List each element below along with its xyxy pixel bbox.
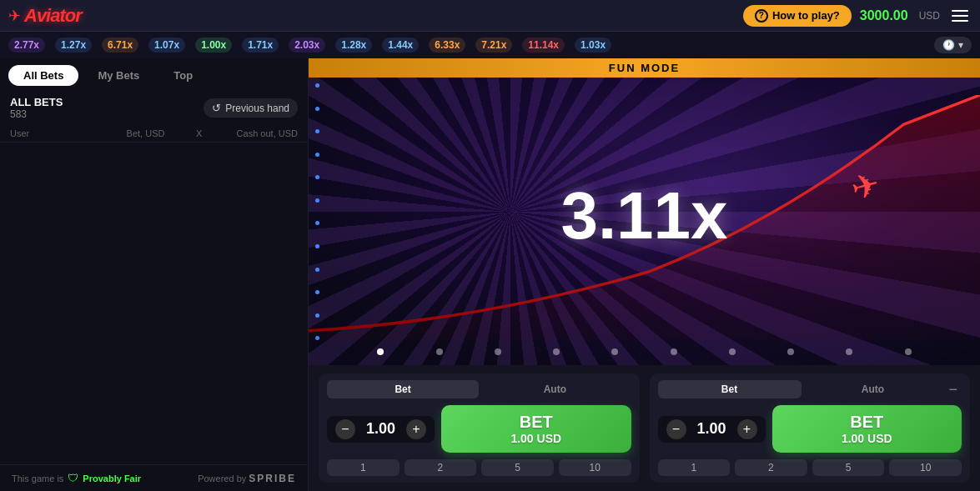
left-panel: All Bets My Bets Top ALL BETS 583 ↺ Prev… (0, 58, 309, 491)
bottom-dot (377, 348, 384, 355)
bet-panel-2: Bet Auto − − 1.00 + BET 1.00 USD (650, 373, 971, 483)
bet-tab-2[interactable]: Bet (658, 380, 802, 398)
shield-icon: 🛡 (68, 472, 78, 484)
bottom-dot (787, 348, 794, 355)
bet-button-1-amount: 1.00 USD (510, 432, 561, 446)
all-bets-title: ALL BETS (10, 96, 63, 108)
bottom-dot (671, 348, 677, 355)
col-cashout-header: Cash out, USD (208, 128, 298, 138)
bottom-dot (846, 348, 852, 355)
bottom-dot (495, 348, 501, 355)
multiplier-item: 1.28x (335, 38, 372, 53)
multiplier-item: 6.71x (102, 38, 138, 53)
bet-button-2-amount: 1.00 USD (842, 432, 892, 446)
provably-fair-link[interactable]: Provably Fair (83, 473, 141, 483)
left-dot (315, 83, 319, 88)
bet-value-2: 1.00 (693, 420, 731, 438)
bottom-dot (905, 348, 912, 355)
quick-amounts-1: 1 2 5 10 (327, 459, 631, 476)
col-user-header: User (10, 128, 100, 138)
menu-button[interactable] (948, 7, 972, 25)
all-bets-count: 583 (10, 108, 63, 120)
col-bet-header: Bet, USD (100, 128, 190, 138)
spribe-logo: SPRIBE (249, 473, 296, 484)
multiplier-item: 1.07x (148, 38, 185, 53)
bet-stepper-2: − 1.00 + (658, 416, 766, 443)
fun-mode-banner: FUN MODE (309, 58, 980, 78)
bottom-dot (553, 348, 560, 355)
multiplier-item: 11.14x (522, 38, 565, 53)
header-right: ? How to play? 3000.00 USD (743, 5, 972, 27)
bet-panel-1: Bet Auto − 1.00 + BET 1.00 USD 1 (319, 373, 640, 483)
place-bet-1-button[interactable]: BET 1.00 USD (441, 405, 631, 453)
col-x-header: X (191, 128, 208, 138)
quick-2-btn-2[interactable]: 2 (735, 459, 807, 476)
how-to-play-button[interactable]: ? How to play? (743, 5, 852, 27)
tab-my-bets[interactable]: My Bets (83, 65, 154, 86)
history-button[interactable]: 🕐 ▾ (934, 37, 972, 53)
decrease-bet-2-button[interactable]: − (666, 419, 686, 439)
hamburger-line (952, 20, 968, 22)
quick-5-btn[interactable]: 5 (481, 459, 554, 476)
plane-logo-icon: ✈ (8, 7, 21, 25)
quick-amounts-2: 1 2 5 10 (658, 459, 962, 476)
how-to-play-label: How to play? (772, 9, 840, 22)
bottom-dot (611, 348, 618, 355)
previous-hand-button[interactable]: ↺ Previous hand (204, 98, 298, 118)
decrease-bet-1-button[interactable]: − (335, 419, 355, 439)
balance-amount: 3000.00 (860, 8, 908, 23)
game-canvas: FUN MODE (309, 58, 980, 365)
powered-by-text: Powered by (198, 473, 246, 483)
multiplier-item: 7.21x (475, 38, 512, 53)
quick-10-btn-2[interactable]: 10 (889, 459, 962, 476)
multiplier-item: 1.27x (55, 38, 92, 53)
footer: This game is 🛡 Provably Fair Powered by … (0, 464, 308, 491)
all-bets-header: ALL BETS 583 ↺ Previous hand (0, 93, 308, 125)
hamburger-line (952, 10, 968, 12)
multiplier-item: 1.71x (242, 38, 279, 53)
multiplier-item: 1.00x (195, 38, 232, 53)
multiplier-item: 6.33x (429, 38, 465, 53)
bet-panel-1-tabs: Bet Auto (327, 380, 631, 398)
multiplier-item: 2.77x (8, 38, 45, 53)
bet-button-2-label: BET (850, 412, 883, 432)
quick-2-btn[interactable]: 2 (405, 459, 477, 476)
bet-button-1-label: BET (520, 412, 553, 432)
bet-tab-1[interactable]: Bet (327, 380, 479, 398)
history-icon: 🕐 (942, 39, 955, 51)
bottom-dot (436, 348, 443, 355)
game-text: This game is (12, 473, 63, 483)
tab-top[interactable]: Top (158, 65, 208, 86)
all-bets-info: ALL BETS 583 (10, 96, 63, 120)
multiplier-bar: 2.77x1.27x6.71x1.07x1.00x1.71x2.03x1.28x… (0, 32, 980, 58)
multiplier-item: 2.03x (289, 38, 325, 53)
bets-table-header: User Bet, USD X Cash out, USD (0, 125, 308, 143)
logo-text: Aviator (24, 5, 82, 27)
remove-panel-2-button[interactable]: − (945, 381, 962, 398)
quick-1-btn[interactable]: 1 (327, 459, 400, 476)
tab-all-bets[interactable]: All Bets (8, 65, 78, 86)
right-area: FUN MODE (309, 58, 980, 491)
quick-1-btn-2[interactable]: 1 (658, 459, 731, 476)
auto-tab-2[interactable]: Auto (802, 380, 945, 398)
increase-bet-1-button[interactable]: + (406, 419, 426, 439)
bet-panel-2-tabs: Bet Auto − (658, 380, 962, 398)
auto-tab-1[interactable]: Auto (479, 380, 631, 398)
bet-value-1: 1.00 (362, 420, 400, 438)
quick-5-btn-2[interactable]: 5 (812, 459, 885, 476)
refresh-icon: ↺ (212, 102, 221, 114)
bet-stepper-1: − 1.00 + (327, 416, 435, 443)
multiplier-item: 1.03x (575, 38, 611, 53)
balance-currency: USD (919, 10, 940, 22)
bet-amount-row-1: − 1.00 + BET 1.00 USD (327, 405, 631, 453)
bets-list (0, 143, 308, 464)
increase-bet-2-button[interactable]: + (737, 419, 757, 439)
chevron-down-icon: ▾ (958, 39, 963, 51)
tabs-row: All Bets My Bets Top (0, 58, 308, 93)
main-layout: All Bets My Bets Top ALL BETS 583 ↺ Prev… (0, 58, 980, 491)
logo: ✈ Aviator (8, 5, 82, 27)
multiplier-item: 1.44x (382, 38, 419, 53)
place-bet-2-button[interactable]: BET 1.00 USD (772, 405, 962, 453)
bottom-dot (729, 348, 736, 355)
quick-10-btn[interactable]: 10 (559, 459, 631, 476)
